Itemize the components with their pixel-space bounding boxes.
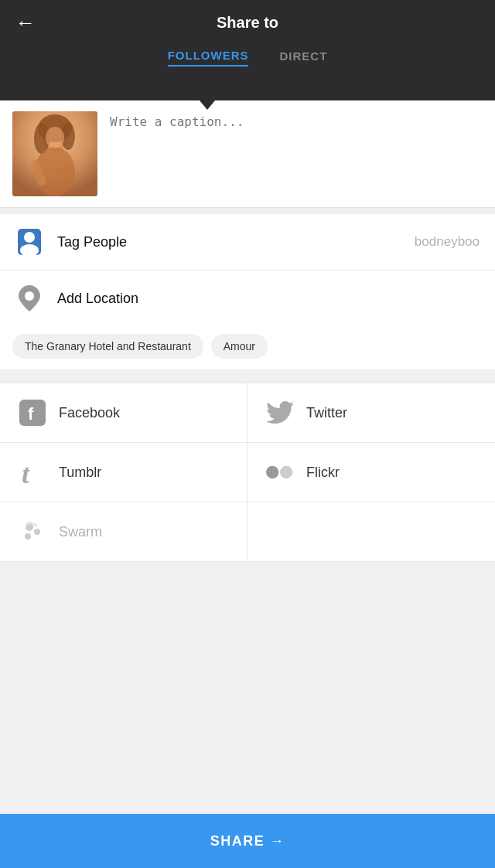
flickr-label: Flickr bbox=[306, 465, 340, 481]
tag-people-icon bbox=[15, 228, 43, 256]
svg-point-21 bbox=[25, 533, 31, 540]
twitter-label: Twitter bbox=[306, 405, 347, 421]
back-button[interactable]: ← bbox=[15, 11, 36, 35]
location-pill-granary[interactable]: The Granary Hotel and Restaurant bbox=[12, 334, 203, 359]
svg-point-17 bbox=[266, 466, 278, 478]
share-grid-section: f Facebook Twitter t Tumblr bbox=[0, 383, 495, 562]
share-facebook[interactable]: f Facebook bbox=[0, 383, 248, 443]
tag-people-row[interactable]: Tag People bodneyboo bbox=[0, 214, 495, 271]
share-button-container[interactable]: SHARE → bbox=[0, 814, 495, 868]
svg-point-18 bbox=[280, 466, 292, 478]
location-pill-amour[interactable]: Amour bbox=[211, 334, 268, 359]
svg-point-13 bbox=[25, 291, 34, 301]
svg-text:t: t bbox=[22, 458, 30, 486]
share-flickr[interactable]: Flickr bbox=[248, 443, 495, 502]
twitter-icon bbox=[266, 399, 294, 427]
svg-point-11 bbox=[24, 232, 35, 243]
page-title: Share to bbox=[217, 14, 278, 32]
share-grid: f Facebook Twitter t Tumblr bbox=[0, 383, 495, 562]
share-tumblr[interactable]: t Tumblr bbox=[0, 443, 248, 502]
svg-text:f: f bbox=[28, 404, 34, 424]
location-icon bbox=[15, 284, 43, 312]
tag-people-label: Tag People bbox=[57, 234, 415, 250]
share-empty bbox=[248, 502, 495, 562]
tumblr-label: Tumblr bbox=[59, 465, 101, 481]
swarm-label: Swarm bbox=[59, 524, 102, 540]
share-button[interactable]: SHARE → bbox=[210, 833, 285, 849]
add-location-label: Add Location bbox=[57, 291, 480, 307]
tab-followers[interactable]: FOLLOWERS bbox=[168, 49, 249, 66]
facebook-label: Facebook bbox=[59, 405, 120, 421]
share-twitter[interactable]: Twitter bbox=[248, 383, 495, 443]
svg-rect-9 bbox=[12, 111, 97, 196]
tab-indicator bbox=[200, 100, 215, 110]
caption-section bbox=[0, 100, 495, 208]
menu-section: Tag People bodneyboo Add Location The Gr… bbox=[0, 214, 495, 370]
svg-point-20 bbox=[34, 529, 40, 535]
share-swarm[interactable]: Swarm bbox=[0, 502, 248, 562]
tumblr-icon: t bbox=[19, 458, 46, 486]
flickr-icon bbox=[266, 458, 294, 486]
facebook-icon: f bbox=[19, 399, 46, 427]
swarm-icon bbox=[19, 518, 46, 546]
divider-1 bbox=[0, 208, 495, 214]
photo-thumbnail bbox=[12, 111, 97, 196]
location-pills: The Granary Hotel and Restaurant Amour bbox=[0, 326, 495, 370]
tag-people-value: bodneyboo bbox=[415, 234, 480, 250]
add-location-row[interactable]: Add Location bbox=[0, 271, 495, 326]
header: ← Share to FOLLOWERS DIRECT bbox=[0, 0, 495, 100]
divider-2 bbox=[0, 370, 495, 376]
caption-input[interactable] bbox=[110, 111, 483, 144]
tab-direct[interactable]: DIRECT bbox=[279, 49, 327, 66]
tab-bar: FOLLOWERS DIRECT bbox=[168, 49, 328, 66]
